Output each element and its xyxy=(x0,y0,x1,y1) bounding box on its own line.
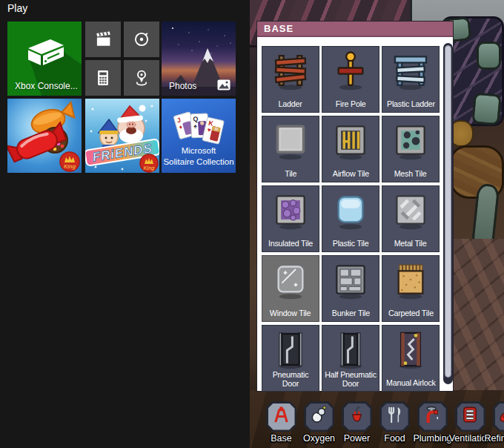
plumbing-icon xyxy=(422,405,442,428)
category-button-ventilation[interactable] xyxy=(455,401,485,432)
scrollbar-track[interactable] xyxy=(443,43,453,384)
build-item-fire-pole[interactable]: Fire Pole xyxy=(322,46,379,113)
refinement-icon xyxy=(498,405,504,428)
build-item-tile[interactable]: Tile xyxy=(262,116,319,182)
tile-candy-crush-saga[interactable]: King xyxy=(7,99,82,173)
build-item-label: Tile xyxy=(285,161,296,182)
build-item-carpeted-tile[interactable]: Carpeted Tile xyxy=(382,255,440,322)
category-food: Food xyxy=(376,401,414,444)
bunker-tile-icon xyxy=(330,259,371,300)
build-item-ladder[interactable]: Ladder xyxy=(262,46,319,113)
carpeted-tile-icon xyxy=(390,259,431,300)
ore-block xyxy=(471,92,502,125)
tile-maps[interactable] xyxy=(124,60,159,96)
build-item-label: Bunker Tile xyxy=(331,300,369,321)
category-label: Oxygen xyxy=(303,433,335,444)
build-item-pneumatic-door[interactable]: Pneumatic Door xyxy=(262,325,319,392)
build-item-label: Mesh Tile xyxy=(394,161,427,182)
build-item-label: Plastic Ladder xyxy=(387,91,435,112)
ladder-icon xyxy=(270,50,311,91)
category-power: Power xyxy=(338,401,376,444)
build-item-label: Carpeted Tile xyxy=(388,300,434,321)
category-toolbar: Base Oxygen Power Food Plumbing Ventilat… xyxy=(262,401,504,444)
disc-icon xyxy=(130,28,153,50)
category-label: Refinement xyxy=(485,433,504,444)
screen: Play Xbox Console... xyxy=(0,0,504,448)
category-ventilation: Ventilation xyxy=(451,401,489,444)
build-item-plastic-tile[interactable]: Plastic Tile xyxy=(322,185,379,252)
tile-calculator[interactable] xyxy=(85,60,121,96)
build-grid: Ladder Fire Pole Plastic Ladder Tile Air… xyxy=(262,46,440,392)
category-button-refinement[interactable] xyxy=(493,401,504,432)
king-badge: King xyxy=(60,152,79,171)
calculator-icon xyxy=(92,67,114,89)
build-item-label: Plastic Tile xyxy=(333,231,369,251)
category-button-food[interactable] xyxy=(379,401,410,432)
tile-xbox-console[interactable]: Xbox Console... xyxy=(7,22,82,96)
category-button-base[interactable] xyxy=(266,401,296,432)
start-menu-panel: Play Xbox Console... xyxy=(0,0,250,448)
tile-solitaire[interactable]: J ♦ Q ♠ K ♥ xyxy=(162,99,236,173)
ore-block xyxy=(477,42,501,70)
category-oxygen: Oxygen xyxy=(300,401,338,444)
map-pin-icon xyxy=(130,67,153,89)
build-item-manual-airlock[interactable]: Manual Airlock xyxy=(382,325,440,392)
image-icon xyxy=(217,79,231,90)
build-item-bunker-tile[interactable]: Bunker Tile xyxy=(322,255,379,322)
food-icon xyxy=(385,405,405,428)
base-icon xyxy=(271,405,291,428)
ventilation-icon xyxy=(460,405,480,428)
build-item-mesh-tile[interactable]: Mesh Tile xyxy=(382,116,440,182)
build-item-label: Window Tile xyxy=(270,300,311,321)
build-item-metal-tile[interactable]: Metal Tile xyxy=(382,185,440,252)
red-dirt-block xyxy=(447,239,504,396)
mesh-tile-icon xyxy=(390,119,431,161)
build-item-plastic-ladder[interactable]: Plastic Ladder xyxy=(382,46,440,113)
oxygen-icon xyxy=(309,405,329,428)
plastic-ladder-icon xyxy=(390,50,431,91)
insulated-tile-icon xyxy=(270,189,311,231)
fire-pole-icon xyxy=(330,50,371,91)
tile-label: Microsoft Solitaire Collection xyxy=(162,145,236,168)
friends-characters: FRiENDS King xyxy=(85,99,159,173)
manual-airlock-icon xyxy=(390,329,431,370)
build-menu-panel: BASE Ladder Fire Pole Plastic Ladder Til… xyxy=(256,21,454,392)
tile-disc-player[interactable] xyxy=(124,22,159,57)
build-menu-header: BASE xyxy=(257,22,453,37)
build-item-window-tile[interactable]: Window Tile xyxy=(262,255,319,322)
build-item-insulated-tile[interactable]: Insulated Tile xyxy=(262,185,319,252)
build-item-label: Insulated Tile xyxy=(268,231,313,251)
build-item-label: Metal Tile xyxy=(394,231,427,251)
build-item-label: Pneumatic Door xyxy=(263,370,318,392)
tile-candy-crush-friends[interactable]: FRiENDS King xyxy=(85,99,159,173)
build-item-label: Airflow Tile xyxy=(332,161,368,182)
category-label: Power xyxy=(344,433,370,444)
build-menu-title: BASE xyxy=(264,23,294,34)
airflow-tile-icon xyxy=(330,119,371,161)
power-icon xyxy=(347,405,367,428)
king-badge: King xyxy=(140,154,158,172)
svg-text:King: King xyxy=(143,165,155,171)
build-item-label: Ladder xyxy=(279,91,302,112)
build-item-label: Half Pneumatic Door xyxy=(323,370,378,392)
build-item-label: Manual Airlock xyxy=(386,370,436,391)
build-menu-body: Ladder Fire Pole Plastic Ladder Tile Air… xyxy=(257,37,453,391)
metal-tile-icon xyxy=(390,189,431,231)
build-item-half-pneumatic-door[interactable]: Half Pneumatic Door xyxy=(322,325,379,392)
category-button-oxygen[interactable] xyxy=(304,401,334,432)
category-button-plumbing[interactable] xyxy=(417,401,448,432)
candy-icon: King xyxy=(7,99,82,173)
tile-photos[interactable]: Photos xyxy=(162,22,236,96)
build-item-airflow-tile[interactable]: Airflow Tile xyxy=(322,116,379,182)
tile-label: Photos xyxy=(169,81,196,91)
category-button-power[interactable] xyxy=(342,401,372,432)
category-label: Base xyxy=(271,433,292,444)
tile-label: Xbox Console... xyxy=(15,81,78,91)
tile-icon xyxy=(270,119,311,161)
scrollbar-thumb[interactable] xyxy=(445,45,451,378)
category-refinement: Refinement xyxy=(489,401,504,444)
group-title: Play xyxy=(7,2,27,14)
tile-movies-tv[interactable] xyxy=(85,22,121,57)
pneumatic-door-icon xyxy=(270,329,311,370)
half-pneumatic-door-icon xyxy=(330,329,371,370)
